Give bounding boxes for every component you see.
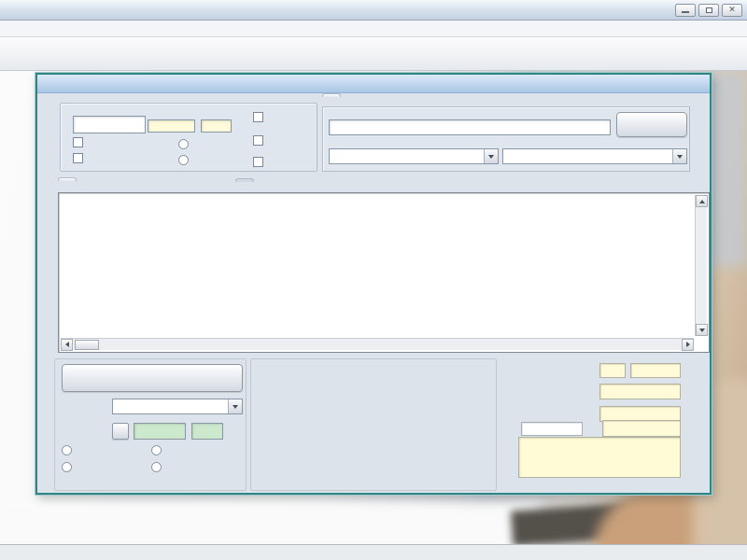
valor-itens-field	[599, 384, 681, 399]
coin-icon	[68, 369, 87, 387]
order-groupbox	[60, 103, 317, 172]
forma-pagamento-button[interactable]	[62, 364, 243, 392]
data-entrega-field[interactable]	[134, 423, 186, 440]
photo-desk-shape	[0, 502, 542, 544]
scroll-left-icon[interactable]	[61, 339, 73, 351]
restore-button[interactable]	[698, 4, 719, 17]
tabela-aprazo-checkbox[interactable]	[253, 135, 267, 146]
scroll-right-icon[interactable]	[682, 339, 694, 351]
vertical-scrollbar[interactable]	[695, 195, 707, 336]
close-button[interactable]: ✕	[722, 4, 742, 17]
orcamento-checkbox[interactable]	[73, 153, 87, 163]
order-date-field[interactable]	[148, 119, 195, 133]
actions-panel	[250, 358, 497, 491]
atendente-dropdown[interactable]	[502, 148, 687, 164]
form-caption	[37, 75, 710, 93]
order-number-field[interactable]	[73, 116, 146, 133]
tab-observacoes-pedido[interactable]	[235, 178, 254, 182]
frete-button[interactable]	[521, 422, 583, 436]
calendar-icon	[115, 426, 127, 438]
title-bar: ✕	[0, 0, 747, 21]
order-time-field[interactable]	[201, 119, 232, 133]
chevron-down-icon	[228, 399, 242, 413]
total-field	[518, 437, 681, 478]
tabela-atacado-checkbox[interactable]	[253, 157, 267, 167]
status-bar	[0, 544, 747, 560]
quantidade-field	[630, 363, 681, 378]
representacao-dropdown[interactable]	[329, 148, 499, 164]
menu-bar	[0, 21, 747, 37]
emitir-2vias-radio[interactable]	[178, 155, 192, 165]
imprimir-valores-radio[interactable]	[62, 445, 76, 455]
imprimir-total-itens-radio[interactable]	[151, 445, 165, 455]
tab-comprador-vendedor[interactable]	[322, 93, 341, 97]
chevron-down-icon	[672, 149, 686, 163]
minimize-button[interactable]	[675, 4, 696, 17]
horizontal-scrollbar[interactable]	[61, 338, 694, 350]
pedido-venda-checkbox[interactable]	[73, 137, 87, 147]
chevron-down-icon	[484, 149, 498, 163]
itens-field	[599, 363, 626, 378]
pesquisar-cliente-button[interactable]	[616, 112, 687, 137]
app-logo-icon	[5, 3, 19, 17]
descricao-comprador-field[interactable]	[329, 119, 611, 135]
imprimir-total-quantidade-radio[interactable]	[151, 462, 165, 472]
scroll-up-icon[interactable]	[696, 195, 708, 207]
toolbar	[0, 37, 747, 71]
tabela-avista-checkbox[interactable]	[253, 112, 267, 122]
tab-relacionar-produtos[interactable]	[58, 177, 77, 181]
imprimir-descontos-radio[interactable]	[62, 462, 76, 472]
pedido-vendas-window	[35, 73, 712, 495]
situacao-atual-dropdown[interactable]	[112, 399, 243, 414]
scroll-down-icon[interactable]	[696, 324, 708, 336]
comprador-panel	[322, 106, 690, 172]
calendar-button[interactable]	[112, 423, 129, 440]
products-grid-frame	[58, 192, 710, 353]
hora-entrega-field[interactable]	[191, 423, 223, 440]
application-window: ✕	[0, 0, 747, 560]
emitir-1via-radio[interactable]	[178, 139, 192, 149]
person-search-icon	[623, 117, 639, 133]
scrollbar-thumb[interactable]	[75, 340, 99, 350]
frete-field[interactable]	[602, 420, 681, 437]
